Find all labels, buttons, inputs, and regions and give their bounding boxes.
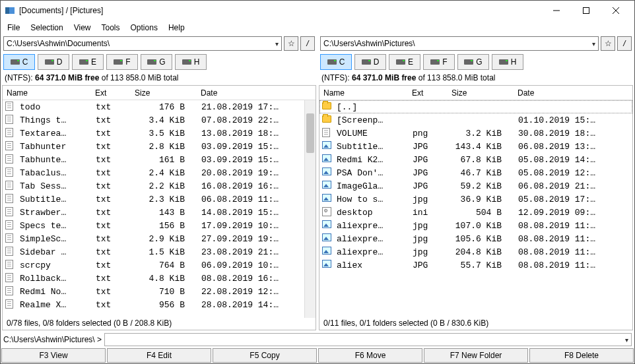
- favorite-button-left[interactable]: ☆: [284, 36, 298, 51]
- file-name: SimpleSc…: [20, 234, 96, 244]
- file-row[interactable]: SimpleSc…txt2.9 KiB27.09.2019 19:…: [3, 232, 316, 245]
- file-name: VOLUME: [337, 129, 413, 138]
- file-row[interactable]: desktopini504 B12.09.2019 09:…: [319, 206, 632, 219]
- file-row[interactable]: PSA Don'…JPG46.7 KiB05.08.2019 12:…: [319, 166, 632, 179]
- chevron-down-icon: ▾: [592, 40, 595, 47]
- file-row[interactable]: Subtitle…txt2.3 KiB06.08.2019 11:…: [3, 193, 316, 206]
- command-input[interactable]: ▾: [104, 333, 632, 346]
- menu-file[interactable]: File: [7, 23, 20, 32]
- minimize-button[interactable]: [541, 1, 571, 20]
- fn-key-f3[interactable]: F3 View: [1, 348, 106, 363]
- file-row[interactable]: Redmi No…txt710 B22.08.2019 12:…: [3, 285, 316, 298]
- col-name[interactable]: Name: [3, 88, 95, 98]
- menu-selection[interactable]: Selection: [30, 23, 63, 32]
- col-size[interactable]: Size: [135, 88, 201, 98]
- drive-button-h[interactable]: H: [492, 54, 523, 70]
- file-row[interactable]: Redmi K2…JPG67.8 KiB05.08.2019 14:…: [319, 153, 632, 166]
- fn-key-f7[interactable]: F7 New Folder: [424, 348, 528, 363]
- file-row[interactable]: Tab Sess…txt2.2 KiB16.08.2019 16:…: [3, 179, 316, 193]
- fn-key-f4[interactable]: F4 Edit: [107, 348, 211, 363]
- drive-icon: [182, 59, 191, 65]
- pane-left: Name Ext Size Date todotxt176 B21.08.201…: [2, 85, 316, 330]
- file-row[interactable]: aliexpre…jpg204.8 KiB08.08.2019 11:…: [319, 245, 632, 258]
- menubar: File Selection View Tools Options Help: [1, 20, 634, 35]
- drive-button-f[interactable]: F: [106, 54, 138, 70]
- file-row[interactable]: Things t…txt3.4 KiB07.08.2019 22:…: [3, 113, 316, 127]
- col-ext[interactable]: Ext: [95, 88, 135, 98]
- file-row[interactable]: Rollback…txt4.8 KiB08.08.2019 16:…: [3, 272, 316, 285]
- file-size: 2.8 KiB: [135, 142, 201, 152]
- file-row[interactable]: todotxt176 B21.08.2019 17:…: [3, 100, 316, 113]
- file-row[interactable]: How to s…jpg36.9 KiB05.08.2019 17:…: [319, 193, 632, 206]
- col-ext[interactable]: Ext: [412, 88, 451, 98]
- file-date: 13.08.2019 18:…: [201, 129, 316, 138]
- file-row[interactable]: Tabaclus…txt2.4 KiB20.08.2019 19:…: [3, 166, 316, 179]
- drive-icon: [430, 59, 440, 65]
- file-row[interactable]: ImageGla…JPG59.2 KiB06.08.2019 21:…: [319, 179, 632, 193]
- drive-button-e[interactable]: E: [72, 54, 104, 70]
- svg-rect-3: [583, 8, 589, 14]
- file-size: 4.8 KiB: [135, 274, 201, 284]
- file-row[interactable]: Realme X…txt956 B28.08.2019 14:…: [3, 298, 316, 311]
- file-name: Strawber…: [20, 208, 96, 218]
- file-date: 14.08.2019 15:…: [201, 208, 316, 218]
- file-row[interactable]: Specs te…txt156 B17.09.2019 10:…: [3, 219, 316, 232]
- menu-help[interactable]: Help: [168, 23, 185, 32]
- drive-button-g[interactable]: G: [141, 54, 172, 70]
- pane-right: Name Ext Size Date [..][Screenp…01.10.20…: [319, 85, 633, 330]
- fn-key-f6[interactable]: F6 Move: [318, 348, 422, 363]
- col-date[interactable]: Date: [518, 88, 632, 98]
- file-name: aliexpre…: [337, 247, 413, 257]
- path-input-left[interactable]: C:\Users\Ashwin\Documents\ ▾: [3, 36, 282, 51]
- list-body-left[interactable]: todotxt176 B21.08.2019 17:…Things t…txt3…: [3, 100, 316, 318]
- image-icon: [322, 260, 333, 270]
- favorite-button-right[interactable]: ☆: [601, 36, 615, 51]
- file-row[interactable]: scrcpytxt764 B06.09.2019 10:…: [3, 258, 316, 272]
- drive-button-c[interactable]: C: [320, 54, 352, 70]
- menu-options[interactable]: Options: [131, 23, 158, 32]
- terminal-button-left[interactable]: /: [300, 36, 315, 51]
- document-icon: [5, 102, 16, 112]
- file-size: 1.5 KiB: [135, 247, 201, 257]
- col-name[interactable]: Name: [319, 88, 412, 98]
- menu-tools[interactable]: Tools: [102, 23, 120, 32]
- maximize-button[interactable]: [571, 1, 601, 20]
- scrollbar-left[interactable]: [304, 100, 316, 318]
- file-name: Things t…: [20, 115, 96, 125]
- drive-button-d[interactable]: D: [38, 54, 69, 70]
- path-input-right[interactable]: C:\Users\Ashwin\Pictures\ ▾: [320, 36, 599, 51]
- drive-button-g[interactable]: G: [457, 54, 489, 70]
- drive-button-f[interactable]: F: [423, 54, 455, 70]
- file-row[interactable]: Tabhuntertxt2.8 KiB03.09.2019 15:…: [3, 140, 316, 153]
- col-date[interactable]: Date: [201, 88, 316, 98]
- file-row[interactable]: Tabhunte…txt161 B03.09.2019 15:…: [3, 153, 316, 166]
- file-row[interactable]: Strawber…txt143 B14.08.2019 15:…: [3, 206, 316, 219]
- file-row[interactable]: Subtitle…JPG143.4 KiB06.08.2019 13:…: [319, 140, 632, 153]
- list-body-right[interactable]: [..][Screenp…01.10.2019 15:…VOLUMEpng3.2…: [319, 100, 632, 318]
- file-row[interactable]: VOLUMEpng3.2 KiB30.08.2019 18:…: [319, 127, 632, 140]
- file-row[interactable]: aliexpre…jpg105.6 KiB08.08.2019 11:…: [319, 232, 632, 245]
- file-row[interactable]: [..]: [319, 100, 632, 113]
- drive-button-h[interactable]: H: [175, 54, 207, 70]
- file-ext: JPG: [413, 181, 452, 191]
- menu-view[interactable]: View: [74, 23, 91, 32]
- file-row[interactable]: Sidebar …txt1.5 KiB23.08.2019 21:…: [3, 245, 316, 258]
- close-button[interactable]: [601, 1, 630, 20]
- drive-button-d[interactable]: D: [354, 54, 386, 70]
- file-row[interactable]: aliexpre…jpg107.0 KiB08.08.2019 11:…: [319, 219, 632, 232]
- terminal-button-right[interactable]: /: [617, 36, 632, 51]
- file-size: 55.7 KiB: [452, 260, 518, 270]
- fn-key-f8[interactable]: F8 Delete: [529, 348, 634, 363]
- fn-key-f5[interactable]: F5 Copy: [213, 348, 317, 363]
- drive-button-e[interactable]: E: [389, 54, 420, 70]
- document-icon: [5, 299, 16, 310]
- drive-button-c[interactable]: C: [3, 54, 35, 70]
- file-row[interactable]: aliexJPG55.7 KiB08.08.2019 11:…: [319, 258, 632, 272]
- document-icon: [5, 181, 16, 191]
- file-row[interactable]: Textarea…txt3.5 KiB13.08.2019 18:…: [3, 127, 316, 140]
- file-size: 2.9 KiB: [135, 234, 201, 244]
- file-row[interactable]: [Screenp…01.10.2019 15:…: [319, 113, 632, 127]
- col-size[interactable]: Size: [451, 88, 518, 98]
- file-ext: JPG: [413, 155, 452, 165]
- document-icon: [5, 233, 16, 244]
